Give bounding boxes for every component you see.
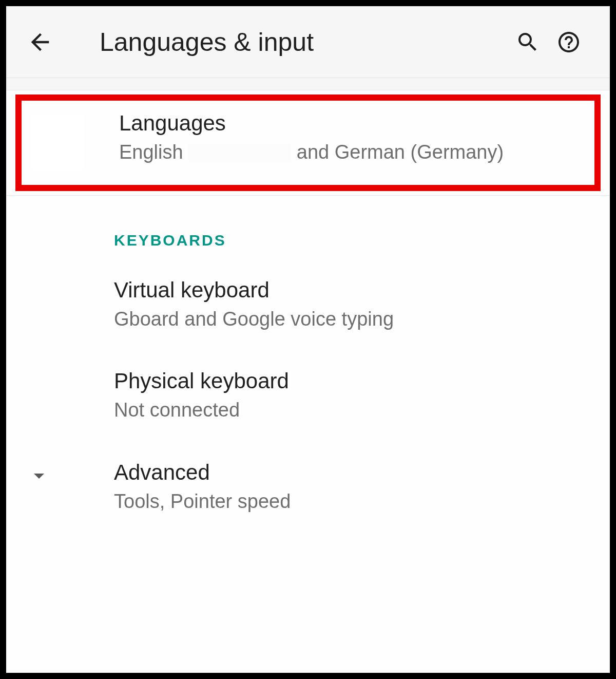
back-button[interactable] — [27, 29, 64, 55]
advanced-row[interactable]: Advanced Tools, Pointer speed — [6, 442, 610, 533]
arrow-back-icon — [27, 29, 53, 55]
languages-subtitle-prefix: English — [119, 141, 188, 163]
languages-icon-placeholder — [32, 114, 83, 171]
virtual-keyboard-texts: Virtual keyboard Gboard and Google voice… — [114, 278, 589, 332]
help-button[interactable] — [548, 30, 589, 54]
virtual-keyboard-subtitle: Gboard and Google voice typing — [114, 307, 589, 332]
languages-subtitle-suffix: and German (Germany) — [297, 141, 504, 163]
languages-row[interactable]: Languages English and German (Germany) — [22, 101, 594, 185]
help-icon — [556, 30, 581, 54]
top-divider — [6, 78, 610, 90]
languages-subtitle: English and German (Germany) — [119, 140, 584, 165]
appbar-title: Languages & input — [100, 27, 314, 57]
chevron-down-icon — [27, 463, 51, 488]
app-bar: Languages & input — [6, 6, 610, 78]
virtual-keyboard-row[interactable]: Virtual keyboard Gboard and Google voice… — [6, 259, 610, 350]
physical-keyboard-row[interactable]: Physical keyboard Not connected — [6, 350, 610, 441]
languages-lead — [32, 111, 119, 171]
advanced-lead — [27, 460, 114, 488]
settings-screen: Languages & input Languages — [0, 0, 616, 679]
advanced-subtitle: Tools, Pointer speed — [114, 489, 589, 514]
search-icon — [515, 30, 540, 54]
languages-texts: Languages English and German (Germany) — [119, 111, 584, 165]
advanced-texts: Advanced Tools, Pointer speed — [114, 460, 589, 514]
languages-highlight: Languages English and German (Germany) — [15, 95, 601, 191]
content-area: Languages English and German (Germany) K… — [6, 78, 610, 673]
section-header-keyboards: KEYBOARDS — [6, 196, 610, 259]
physical-keyboard-lead — [27, 369, 114, 372]
virtual-keyboard-title: Virtual keyboard — [114, 278, 589, 303]
physical-keyboard-texts: Physical keyboard Not connected — [114, 369, 589, 423]
virtual-keyboard-lead — [27, 278, 114, 281]
physical-keyboard-title: Physical keyboard — [114, 369, 589, 393]
physical-keyboard-subtitle: Not connected — [114, 398, 589, 423]
languages-subtitle-redaction — [188, 143, 291, 163]
languages-title: Languages — [119, 111, 584, 136]
search-button[interactable] — [507, 30, 548, 54]
advanced-title: Advanced — [114, 460, 589, 485]
